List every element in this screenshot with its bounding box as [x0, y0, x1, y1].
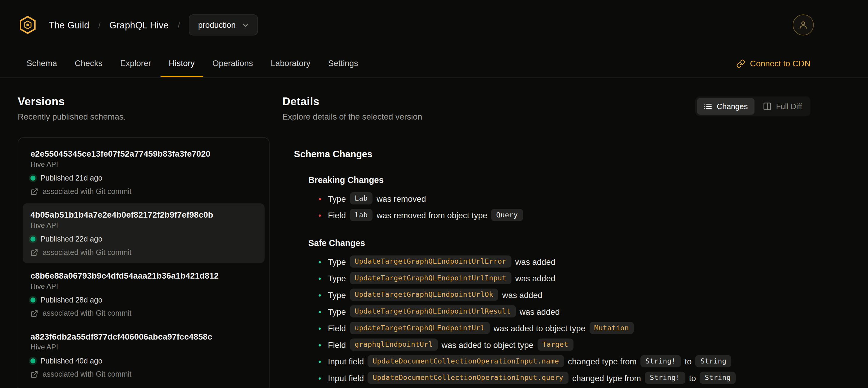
version-git-row[interactable]: associated with Git commit	[30, 248, 257, 257]
git-commit-label: associated with Git commit	[43, 309, 132, 318]
version-list-item[interactable]: 4b05ab51b1b4a7e2e4b0ef82172f2b9f7ef98c0b…	[23, 203, 265, 263]
version-list-item[interactable]: a823f6db2a55df877dcf406006abca97fcc4858c…	[23, 325, 265, 385]
change-text: was added	[515, 273, 555, 283]
version-git-row[interactable]: associated with Git commit	[30, 309, 257, 318]
published-status-dot	[30, 176, 35, 181]
changes-toggle-button[interactable]: Changes	[697, 98, 754, 115]
tab-laboratory[interactable]: Laboratory	[262, 50, 319, 77]
version-service: Hive API	[30, 343, 257, 351]
code-chip: String	[700, 372, 736, 384]
version-list-item[interactable]: c8b6e88a06793b9c4dfd54aaa21b36a1b421d812…	[23, 264, 265, 324]
version-hash: a823f6db2a55df877dcf406006abca97fcc4858c	[30, 332, 257, 341]
change-row: FieldupdateTargetGraphQLEndpointUrlwas a…	[318, 320, 811, 336]
breadcrumb: The Guild / GraphQL Hive / production	[49, 14, 258, 35]
code-chip: updateTargetGraphQLEndpointUrl	[350, 322, 490, 334]
version-service: Hive API	[30, 160, 257, 169]
change-row: Input fieldUpdateDocumentCollectionOpera…	[318, 353, 811, 370]
tab-explorer[interactable]: Explorer	[112, 50, 159, 77]
version-published-label: Published 40d ago	[40, 357, 102, 365]
target-selector-value: production	[198, 21, 236, 30]
code-chip: graphqlEndpointUrl	[350, 338, 438, 351]
published-status-dot	[30, 236, 35, 241]
change-text: was added to object type	[493, 323, 585, 333]
git-commit-label: associated with Git commit	[43, 187, 132, 196]
change-text: to	[689, 373, 696, 383]
change-text: was added	[502, 290, 542, 300]
changes-toggle-label: Changes	[717, 102, 748, 111]
code-chip: String!	[641, 355, 681, 367]
code-chip: UpdateTargetGraphQLEndpointUrlOk	[350, 289, 498, 301]
hive-logo-icon[interactable]	[18, 15, 38, 35]
change-text: Type	[328, 257, 346, 266]
version-published-row: Published 22d ago	[30, 235, 257, 243]
change-text: was removed from object type	[377, 210, 488, 220]
change-text: Field	[328, 340, 346, 350]
full-diff-toggle-label: Full Diff	[776, 102, 802, 111]
list-icon	[704, 102, 712, 111]
version-service: Hive API	[30, 221, 257, 229]
version-service: Hive API	[30, 282, 257, 290]
link-icon	[736, 59, 745, 68]
user-icon	[798, 20, 808, 30]
chevron-down-icon	[241, 21, 249, 29]
code-chip: Lab	[350, 192, 373, 205]
code-chip: String!	[645, 372, 685, 384]
code-chip: Mutation	[589, 322, 634, 334]
change-row: TypeLabwas removed	[318, 190, 811, 207]
breadcrumb-org[interactable]: The Guild	[49, 20, 89, 30]
details-panel: Details Explore details of the selected …	[282, 95, 810, 388]
external-link-icon	[30, 248, 38, 256]
change-text: changed type from	[568, 357, 637, 366]
version-hash: 4b05ab51b1b4a7e2e4b0ef82172f2b9f7ef98c0b	[30, 210, 257, 219]
code-chip: String	[695, 355, 731, 367]
change-text: to	[685, 357, 691, 366]
view-toggle: Changes Full Diff	[695, 96, 810, 116]
breadcrumb-separator: /	[98, 20, 101, 30]
change-text: changed type from	[572, 373, 641, 383]
tab-operations[interactable]: Operations	[204, 50, 261, 77]
breadcrumb-separator: /	[178, 20, 180, 30]
safe-changes-group: Safe Changes TypeUpdateTargetGraphQLEndp…	[308, 238, 810, 386]
connect-to-cdn-link[interactable]: Connect to CDN	[736, 50, 811, 77]
published-status-dot	[30, 358, 35, 363]
change-text: Input field	[328, 357, 364, 366]
tab-history[interactable]: History	[160, 50, 203, 77]
versions-list: e2e55045345ce13fe07f52a77459b83fa3fe7020…	[18, 138, 270, 388]
version-list-item[interactable]: e2e55045345ce13fe07f52a77459b83fa3fe7020…	[23, 142, 265, 202]
schema-changes-title: Schema Changes	[294, 149, 810, 160]
details-title: Details	[282, 95, 422, 108]
full-diff-toggle-button[interactable]: Full Diff	[756, 98, 809, 115]
code-chip: Target	[537, 338, 573, 351]
tab-bar: SchemaChecksExplorerHistoryOperationsLab…	[0, 50, 868, 78]
target-selector[interactable]: production	[189, 14, 258, 35]
change-row: TypeUpdateTargetGraphQLEndpointUrlResult…	[318, 303, 811, 320]
code-chip: UpdateDocumentCollectionOperationInput.q…	[368, 372, 568, 384]
version-published-label: Published 21d ago	[40, 174, 102, 182]
app-window: The Guild / GraphQL Hive / production Sc…	[0, 0, 868, 388]
change-row: TypeUpdateTargetGraphQLEndpointUrlOkwas …	[318, 287, 811, 303]
change-text: Field	[328, 323, 346, 333]
tab-schema[interactable]: Schema	[18, 50, 65, 77]
version-git-row[interactable]: associated with Git commit	[30, 370, 257, 379]
tab-settings[interactable]: Settings	[320, 50, 367, 77]
user-avatar-button[interactable]	[793, 14, 814, 35]
code-chip: UpdateTargetGraphQLEndpointUrlError	[350, 255, 512, 268]
tab-checks[interactable]: Checks	[66, 50, 111, 77]
versions-title: Versions	[18, 95, 270, 108]
change-text: was added	[515, 257, 555, 266]
change-text: Field	[328, 210, 346, 220]
change-text: Type	[328, 290, 346, 300]
change-row: TypeUpdateTargetGraphQLEndpointUrlErrorw…	[318, 253, 811, 270]
main-content: Versions Recently published schemas. e2e…	[0, 78, 868, 388]
git-commit-label: associated with Git commit	[43, 248, 132, 257]
version-git-row[interactable]: associated with Git commit	[30, 187, 257, 196]
header: The Guild / GraphQL Hive / production	[0, 0, 868, 50]
code-chip: lab	[350, 209, 373, 221]
version-published-row: Published 40d ago	[30, 357, 257, 365]
breadcrumb-project[interactable]: GraphQL Hive	[109, 20, 169, 30]
change-text: was added to object type	[441, 340, 533, 350]
version-hash: c8b6e88a06793b9c4dfd54aaa21b36a1b421d812	[30, 271, 257, 280]
change-row: Fieldlabwas removed from object typeQuer…	[318, 207, 811, 223]
change-text: Type	[328, 307, 346, 316]
change-text: Type	[328, 273, 346, 283]
